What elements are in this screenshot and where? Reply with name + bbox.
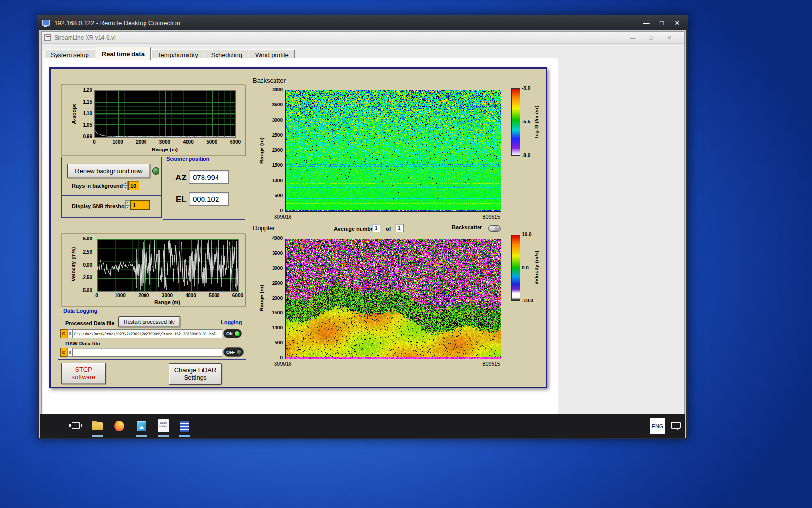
backscatter-y-axis-label: Range (m) [259, 137, 264, 164]
tick-label: 1000 [113, 293, 128, 298]
tick-label: -2.50 [81, 275, 92, 280]
doppler-y-axis-label: Range (m) [259, 285, 264, 311]
file-explorer-open-indicator [92, 435, 103, 437]
tick-label: 6000 [230, 293, 246, 298]
renew-background-button[interactable]: Renew background now [67, 164, 150, 178]
tick-label: 0 [280, 209, 283, 213]
raw-data-file-label: RAW Data file [65, 341, 100, 347]
rays-in-background-label: Rays in background [72, 183, 123, 189]
notifications-icon[interactable] [671, 422, 681, 429]
doppler-title: Doppler [253, 224, 275, 232]
rdp-titlebar[interactable]: 192.168.0.122 - Remote Desktop Connectio… [37, 15, 688, 30]
of-label: of [386, 226, 391, 232]
scan-scheduler-open-indicator [158, 435, 169, 437]
tick-label: 3000 [157, 139, 173, 145]
backscatter-x-start: 809016 [274, 214, 292, 220]
tick-label: 4000 [183, 293, 199, 298]
change-lidar-settings-button[interactable]: Change LiDAR Settings [169, 363, 222, 385]
velocity-y-ticks: 5.002.500.00-2.50-5.00 [74, 237, 92, 293]
tick-label: 1.10 [83, 111, 92, 116]
az-value-field[interactable]: 078.994 [189, 170, 229, 184]
tick-label: -10.0 [522, 299, 533, 303]
snr-value-field[interactable]: 1 [130, 200, 150, 210]
app-close-button[interactable]: ✕ [660, 33, 679, 43]
processed-browse-icon[interactable] [67, 329, 72, 338]
logging-label: Logging [221, 319, 242, 325]
raw-logging-toggle[interactable]: OFF [223, 347, 244, 357]
tick-label: -3.0 [522, 86, 530, 90]
average-number-label: Average number [334, 226, 376, 232]
average-total-field[interactable]: 1 [395, 224, 404, 232]
rdp-close-button[interactable]: ✕ [669, 17, 685, 28]
backscatter-x-end: 809515 [476, 214, 500, 220]
tick-label: 500 [275, 341, 283, 345]
tick-label: 2500 [272, 281, 283, 286]
tick-label: 1500 [272, 163, 283, 168]
doppler-heatmap [285, 239, 501, 359]
tick-label: 4000 [181, 139, 196, 145]
tick-label: 2000 [136, 293, 151, 298]
processed-logging-toggle[interactable]: ON [223, 329, 242, 338]
tick-label: 10.0 [522, 232, 531, 237]
backscatter-heatmap [285, 90, 501, 212]
backscatter-y-ticks: 40003500300025002000150010005000 [264, 88, 283, 213]
doppler-y-ticks: 40003500300025002000150010005000 [264, 236, 283, 360]
app-titlebar[interactable]: StreamLine XR v14-6.vi ― □ ✕ [42, 32, 684, 44]
processed-logging-led [234, 331, 240, 337]
tick-label: -5.5 [522, 120, 530, 124]
renew-background-led [152, 167, 160, 175]
doppler-x-end: 809515 [476, 361, 500, 367]
rdp-window: 192.168.0.122 - Remote Desktop Connectio… [37, 15, 688, 439]
stop-software-button[interactable]: STOP software [61, 363, 106, 384]
tick-label: 2000 [272, 296, 283, 301]
tick-label: 0.00 [83, 263, 92, 268]
az-label: AZ [175, 173, 187, 183]
front-panel: A-scope 1.201.151.101.050.99 01000200030… [44, 58, 558, 415]
average-number-field[interactable]: 1 [372, 224, 380, 232]
language-indicator[interactable]: ENG [650, 418, 665, 434]
tick-label: 3500 [272, 103, 283, 107]
backscatter-toggle-label: Backscatter [452, 224, 482, 231]
app-minimize-button[interactable]: ― [624, 33, 642, 43]
task-view-icon[interactable] [72, 422, 80, 429]
tick-label: 1.05 [83, 123, 92, 128]
raw-drive-button[interactable]: C [60, 348, 67, 357]
taskbar: Scan sched ENG [40, 414, 685, 438]
ascope-plot [94, 90, 236, 138]
rays-value-field[interactable]: 10 [128, 181, 139, 190]
tick-label: 0 [280, 356, 283, 360]
document-app-icon[interactable] [180, 421, 189, 432]
tick-label: 3000 [272, 266, 283, 271]
tick-label: 5.00 [83, 237, 92, 241]
tick-label: 0.99 [83, 134, 92, 139]
el-label: EL [176, 195, 187, 205]
processed-drive-button[interactable]: C [60, 329, 67, 338]
processed-logging-state: ON [226, 331, 233, 336]
doppler-colorbar-label: Velocity (m/s) [534, 251, 539, 285]
file-explorer-icon[interactable] [92, 422, 103, 430]
processed-data-file-label: Processed Data file [65, 320, 115, 327]
app-restore-button[interactable]: □ [642, 33, 660, 43]
restart-processed-file-button[interactable]: Restart processed file [118, 316, 180, 327]
raw-browse-icon[interactable] [67, 348, 72, 357]
scan-scheduler-icon[interactable]: Scan sched [158, 419, 169, 432]
ascope-x-axis-label: Range (m) [94, 147, 235, 152]
rays-spinner[interactable]: ▲▼ [123, 181, 128, 190]
el-value-field[interactable]: 000.102 [189, 192, 229, 206]
main-panel: A-scope 1.201.151.101.050.99 01000200030… [49, 67, 547, 388]
firefox-icon[interactable] [114, 421, 124, 431]
rdp-maximize-button[interactable]: □ [654, 17, 669, 28]
raw-logging-led [236, 349, 242, 355]
tick-label: 0 [87, 139, 102, 145]
snr-spinner[interactable]: ▲▼ [125, 200, 130, 209]
rdp-minimize-button[interactable]: ― [638, 17, 654, 28]
backscatter-colorbar-label: log B (/m /sr) [534, 105, 539, 138]
backscatter-display-switch[interactable] [488, 225, 501, 232]
processed-path-field[interactable]: C:\Lidar\Data\Proc\2023\202309\20230909\… [72, 329, 222, 338]
raw-logging-state: OFF [226, 350, 235, 355]
tick-label: 1.20 [83, 88, 92, 93]
tick-label: 5000 [206, 293, 222, 298]
tab-real-time-data[interactable]: Real time data [96, 47, 151, 60]
raw-path-field[interactable] [72, 348, 222, 357]
app-window-icon[interactable] [137, 421, 146, 431]
